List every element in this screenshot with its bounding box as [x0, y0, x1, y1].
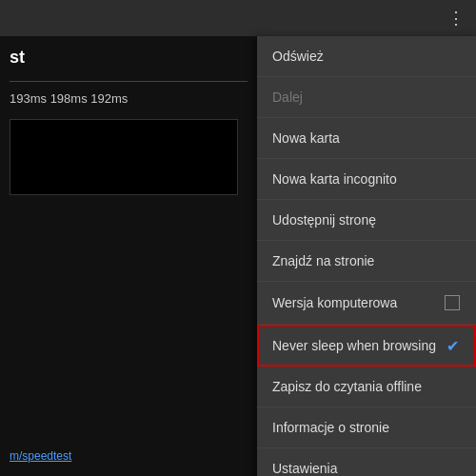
checkbox-desktop[interactable] [444, 294, 461, 311]
menu-item-refresh[interactable]: Odśwież [257, 36, 476, 77]
menu-item-share[interactable]: Udostępnij stronę [257, 200, 476, 241]
checkbox-checked-icon: ✔ [446, 337, 459, 355]
menu-item-label-forward: Dalej [272, 89, 461, 105]
graph-area [10, 119, 238, 195]
context-menu: OdświeżDalejNowa kartaNowa karta incogni… [257, 36, 476, 476]
menu-item-label-desktop: Wersja komputerowa [272, 295, 444, 310]
menu-item-label-share: Udostępnij stronę [272, 212, 461, 228]
menu-item-page-info[interactable]: Informacje o stronie [257, 407, 476, 448]
content-divider [10, 75, 248, 82]
menu-item-label-new-tab: Nowa karta [272, 130, 461, 146]
menu-item-incognito[interactable]: Nowa karta incognito [257, 159, 476, 200]
browser-content: st 193ms 198ms 192ms m/speedtest [0, 36, 257, 476]
menu-item-forward: Dalej [257, 77, 476, 118]
menu-item-new-tab[interactable]: Nowa karta [257, 118, 476, 159]
checkbox-never-sleep[interactable]: ✔ [444, 337, 461, 354]
menu-item-save-offline[interactable]: Zapisz do czytania offline [257, 367, 476, 407]
menu-item-find[interactable]: Znajdź na stronie [257, 241, 476, 282]
more-options-icon[interactable]: ⋮ [447, 8, 466, 29]
menu-item-desktop[interactable]: Wersja komputerowa [257, 282, 476, 325]
content-stats: 193ms 198ms 192ms [10, 91, 248, 106]
menu-item-label-page-info: Informacje o stronie [272, 420, 461, 435]
menu-item-label-settings: Ustawienia [272, 461, 461, 476]
checkbox-empty-icon [445, 295, 460, 310]
page-link[interactable]: m/speedtest [10, 449, 71, 463]
menu-item-label-never-sleep: Never sleep when browsing [272, 338, 444, 353]
menu-item-label-incognito: Nowa karta incognito [272, 171, 461, 187]
top-bar: ⋮ [0, 0, 476, 36]
menu-item-never-sleep[interactable]: Never sleep when browsing✔ [257, 325, 476, 367]
menu-item-label-save-offline: Zapisz do czytania offline [272, 379, 461, 394]
menu-item-label-refresh: Odśwież [272, 49, 461, 64]
page-title: st [10, 48, 248, 68]
menu-item-label-find: Znajdź na stronie [272, 253, 461, 268]
menu-item-settings[interactable]: Ustawienia [257, 448, 476, 476]
